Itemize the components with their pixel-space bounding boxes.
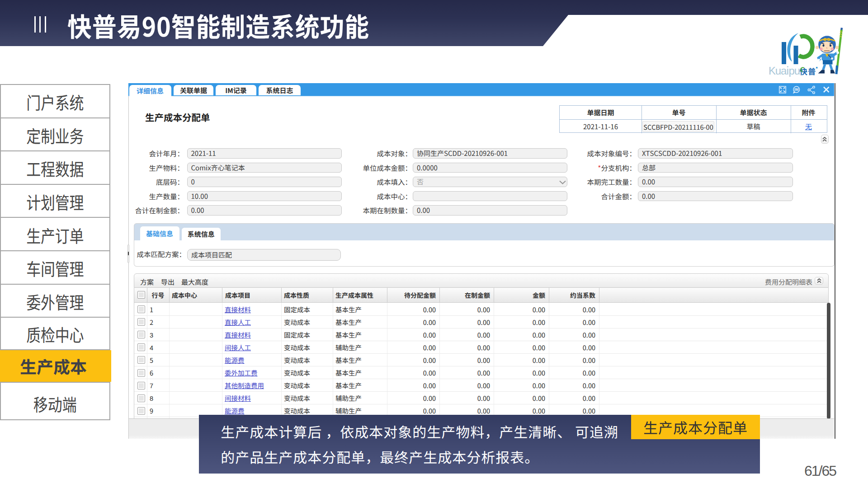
svg-text:Kuaipu: Kuaipu — [769, 62, 800, 77]
svg-text:IM: IM — [794, 87, 798, 92]
